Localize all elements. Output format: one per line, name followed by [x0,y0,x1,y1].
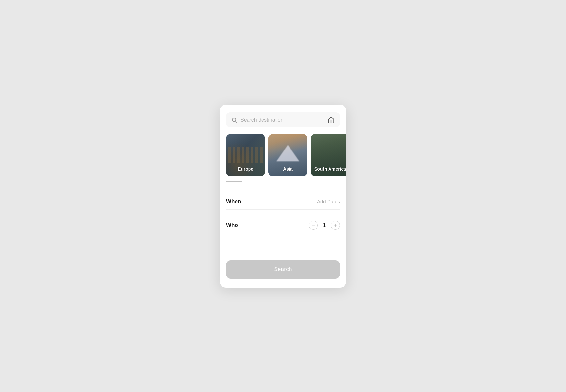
destination-card-south-america[interactable]: South America [311,134,346,176]
content-spacer [220,234,346,254]
destination-card-europe[interactable]: Europe [226,134,265,176]
when-label: When [226,198,241,205]
app-card: Search destination Europe Asia South Ame… [220,105,346,288]
add-dates-action[interactable]: Add Dates [317,199,340,204]
who-row: Who − 1 + [226,216,340,234]
who-section: Who − 1 + [220,210,346,234]
search-header: Search destination [220,105,346,134]
destination-label-asia: Asia [268,166,307,172]
increment-button[interactable]: + [331,221,340,230]
home-button[interactable] [328,116,335,124]
who-controls: − 1 + [309,221,340,230]
minus-icon: − [312,223,315,228]
search-button[interactable]: Search [226,260,340,279]
destination-label-south-america: South America [311,166,346,172]
scroll-dot [226,181,242,182]
search-placeholder: Search destination [240,117,284,123]
destination-card-asia[interactable]: Asia [268,134,307,176]
search-btn-container: Search [220,254,346,288]
destination-cards: Europe Asia South America [220,134,346,176]
when-row[interactable]: When Add Dates [226,194,340,209]
destination-label-europe: Europe [226,166,265,172]
svg-line-1 [235,121,236,122]
scroll-indicator [220,176,346,182]
guest-count: 1 [322,222,327,229]
search-bar-left: Search destination [231,117,284,123]
home-icon [328,116,335,124]
when-section: When Add Dates [220,187,346,210]
search-bar[interactable]: Search destination [226,112,340,127]
search-icon [231,117,237,123]
plus-icon: + [334,223,337,228]
who-label: Who [226,222,238,229]
decrement-button[interactable]: − [309,221,318,230]
